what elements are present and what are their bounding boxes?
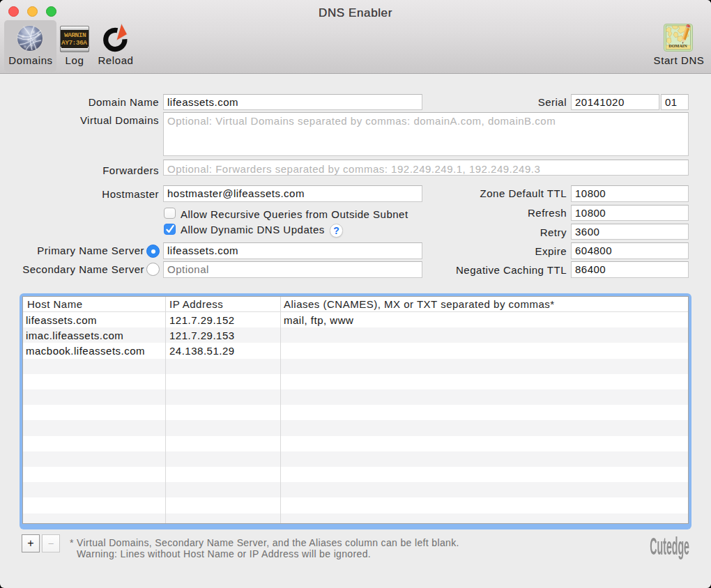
svg-text:DOMAIN: DOMAIN bbox=[668, 43, 687, 48]
